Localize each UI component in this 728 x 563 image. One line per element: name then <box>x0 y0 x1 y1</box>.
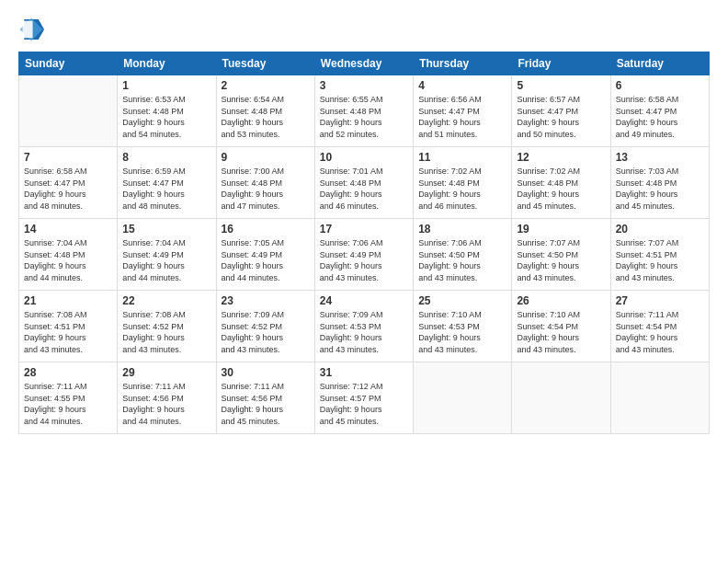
day-info: Sunrise: 6:58 AM Sunset: 4:47 PM Dayligh… <box>24 166 112 212</box>
day-info: Sunrise: 7:09 AM Sunset: 4:52 PM Dayligh… <box>222 309 310 355</box>
day-info: Sunrise: 7:05 AM Sunset: 4:49 PM Dayligh… <box>222 237 310 283</box>
day-info: Sunrise: 7:08 AM Sunset: 4:52 PM Dayligh… <box>122 309 210 355</box>
day-info: Sunrise: 6:57 AM Sunset: 4:47 PM Dayligh… <box>517 94 605 140</box>
calendar-cell <box>512 362 610 434</box>
calendar-cell: 17Sunrise: 7:06 AM Sunset: 4:49 PM Dayli… <box>314 219 413 291</box>
calendar-cell: 15Sunrise: 7:04 AM Sunset: 4:49 PM Dayli… <box>118 219 216 291</box>
day-number: 10 <box>320 151 408 164</box>
day-info: Sunrise: 6:54 AM Sunset: 4:48 PM Dayligh… <box>222 94 310 140</box>
weekday-header: Saturday <box>610 52 709 75</box>
day-info: Sunrise: 7:08 AM Sunset: 4:51 PM Dayligh… <box>24 309 112 355</box>
calendar-cell: 2Sunrise: 6:54 AM Sunset: 4:48 PM Daylig… <box>216 75 314 147</box>
weekday-header: Thursday <box>414 52 512 75</box>
calendar-cell: 1Sunrise: 6:53 AM Sunset: 4:48 PM Daylig… <box>118 75 216 147</box>
day-info: Sunrise: 7:11 AM Sunset: 4:56 PM Dayligh… <box>122 381 210 427</box>
day-number: 13 <box>616 151 704 164</box>
day-info: Sunrise: 7:07 AM Sunset: 4:50 PM Dayligh… <box>517 237 605 283</box>
day-info: Sunrise: 7:04 AM Sunset: 4:48 PM Dayligh… <box>24 237 112 283</box>
day-info: Sunrise: 7:10 AM Sunset: 4:53 PM Dayligh… <box>418 309 506 355</box>
day-info: Sunrise: 7:11 AM Sunset: 4:54 PM Dayligh… <box>616 309 704 355</box>
day-info: Sunrise: 7:03 AM Sunset: 4:48 PM Dayligh… <box>616 166 704 212</box>
calendar-cell: 22Sunrise: 7:08 AM Sunset: 4:52 PM Dayli… <box>118 291 216 362</box>
day-info: Sunrise: 7:02 AM Sunset: 4:48 PM Dayligh… <box>517 166 605 212</box>
day-number: 11 <box>418 151 506 164</box>
calendar-cell: 12Sunrise: 7:02 AM Sunset: 4:48 PM Dayli… <box>512 147 610 219</box>
page: SundayMondayTuesdayWednesdayThursdayFrid… <box>0 0 728 563</box>
calendar-cell: 3Sunrise: 6:55 AM Sunset: 4:48 PM Daylig… <box>314 75 413 147</box>
day-number: 31 <box>320 366 408 379</box>
calendar-cell: 9Sunrise: 7:00 AM Sunset: 4:48 PM Daylig… <box>216 147 314 219</box>
calendar-cell <box>414 362 512 434</box>
calendar-cell: 29Sunrise: 7:11 AM Sunset: 4:56 PM Dayli… <box>118 362 216 434</box>
day-number: 17 <box>320 223 408 236</box>
day-number: 6 <box>616 79 704 92</box>
day-number: 18 <box>418 223 506 236</box>
day-number: 16 <box>222 223 310 236</box>
calendar-cell: 11Sunrise: 7:02 AM Sunset: 4:48 PM Dayli… <box>414 147 512 219</box>
day-info: Sunrise: 6:58 AM Sunset: 4:47 PM Dayligh… <box>616 94 704 140</box>
calendar-cell: 6Sunrise: 6:58 AM Sunset: 4:47 PM Daylig… <box>610 75 709 147</box>
calendar-cell: 31Sunrise: 7:12 AM Sunset: 4:57 PM Dayli… <box>314 362 413 434</box>
calendar-cell: 20Sunrise: 7:07 AM Sunset: 4:51 PM Dayli… <box>610 219 709 291</box>
calendar-cell: 8Sunrise: 6:59 AM Sunset: 4:47 PM Daylig… <box>118 147 216 219</box>
day-info: Sunrise: 7:11 AM Sunset: 4:56 PM Dayligh… <box>222 381 310 427</box>
day-number: 1 <box>122 79 210 92</box>
day-info: Sunrise: 6:55 AM Sunset: 4:48 PM Dayligh… <box>320 94 408 140</box>
day-number: 9 <box>222 151 310 164</box>
calendar-cell: 23Sunrise: 7:09 AM Sunset: 4:52 PM Dayli… <box>216 291 314 362</box>
day-info: Sunrise: 7:11 AM Sunset: 4:55 PM Dayligh… <box>24 381 112 427</box>
calendar-cell: 28Sunrise: 7:11 AM Sunset: 4:55 PM Dayli… <box>19 362 118 434</box>
day-number: 30 <box>222 366 310 379</box>
day-number: 14 <box>24 223 112 236</box>
calendar-cell: 18Sunrise: 7:06 AM Sunset: 4:50 PM Dayli… <box>414 219 512 291</box>
day-info: Sunrise: 7:02 AM Sunset: 4:48 PM Dayligh… <box>418 166 506 212</box>
day-info: Sunrise: 7:00 AM Sunset: 4:48 PM Dayligh… <box>222 166 310 212</box>
header <box>18 17 710 42</box>
day-number: 8 <box>122 151 210 164</box>
weekday-header: Wednesday <box>314 52 413 75</box>
weekday-header: Tuesday <box>216 52 314 75</box>
day-info: Sunrise: 6:59 AM Sunset: 4:47 PM Dayligh… <box>122 166 210 212</box>
calendar: SundayMondayTuesdayWednesdayThursdayFrid… <box>18 52 710 434</box>
calendar-cell: 14Sunrise: 7:04 AM Sunset: 4:48 PM Dayli… <box>19 219 118 291</box>
day-info: Sunrise: 7:06 AM Sunset: 4:49 PM Dayligh… <box>320 237 408 283</box>
logo <box>18 17 48 42</box>
day-number: 7 <box>24 151 112 164</box>
day-info: Sunrise: 7:10 AM Sunset: 4:54 PM Dayligh… <box>517 309 605 355</box>
calendar-cell: 30Sunrise: 7:11 AM Sunset: 4:56 PM Dayli… <box>216 362 314 434</box>
calendar-cell: 25Sunrise: 7:10 AM Sunset: 4:53 PM Dayli… <box>414 291 512 362</box>
calendar-cell: 27Sunrise: 7:11 AM Sunset: 4:54 PM Dayli… <box>610 291 709 362</box>
calendar-cell: 21Sunrise: 7:08 AM Sunset: 4:51 PM Dayli… <box>19 291 118 362</box>
day-info: Sunrise: 7:01 AM Sunset: 4:48 PM Dayligh… <box>320 166 408 212</box>
calendar-cell: 10Sunrise: 7:01 AM Sunset: 4:48 PM Dayli… <box>314 147 413 219</box>
day-number: 5 <box>517 79 605 92</box>
day-info: Sunrise: 7:12 AM Sunset: 4:57 PM Dayligh… <box>320 381 408 427</box>
calendar-cell: 24Sunrise: 7:09 AM Sunset: 4:53 PM Dayli… <box>314 291 413 362</box>
calendar-cell: 13Sunrise: 7:03 AM Sunset: 4:48 PM Dayli… <box>610 147 709 219</box>
calendar-cell: 4Sunrise: 6:56 AM Sunset: 4:47 PM Daylig… <box>414 75 512 147</box>
day-number: 4 <box>418 79 506 92</box>
day-number: 12 <box>517 151 605 164</box>
svg-rect-2 <box>23 21 33 39</box>
day-info: Sunrise: 7:09 AM Sunset: 4:53 PM Dayligh… <box>320 309 408 355</box>
calendar-cell: 16Sunrise: 7:05 AM Sunset: 4:49 PM Dayli… <box>216 219 314 291</box>
calendar-cell: 26Sunrise: 7:10 AM Sunset: 4:54 PM Dayli… <box>512 291 610 362</box>
day-number: 15 <box>122 223 210 236</box>
day-number: 22 <box>122 294 210 307</box>
calendar-cell <box>19 75 118 147</box>
calendar-cell: 5Sunrise: 6:57 AM Sunset: 4:47 PM Daylig… <box>512 75 610 147</box>
day-number: 20 <box>616 223 704 236</box>
calendar-cell: 19Sunrise: 7:07 AM Sunset: 4:50 PM Dayli… <box>512 219 610 291</box>
weekday-header: Friday <box>512 52 610 75</box>
day-info: Sunrise: 7:04 AM Sunset: 4:49 PM Dayligh… <box>122 237 210 283</box>
day-number: 23 <box>222 294 310 307</box>
day-number: 21 <box>24 294 112 307</box>
day-info: Sunrise: 7:07 AM Sunset: 4:51 PM Dayligh… <box>616 237 704 283</box>
logo-icon <box>18 17 44 42</box>
day-number: 2 <box>222 79 310 92</box>
day-number: 25 <box>418 294 506 307</box>
day-info: Sunrise: 6:53 AM Sunset: 4:48 PM Dayligh… <box>122 94 210 140</box>
day-info: Sunrise: 7:06 AM Sunset: 4:50 PM Dayligh… <box>418 237 506 283</box>
day-number: 27 <box>616 294 704 307</box>
day-number: 3 <box>320 79 408 92</box>
